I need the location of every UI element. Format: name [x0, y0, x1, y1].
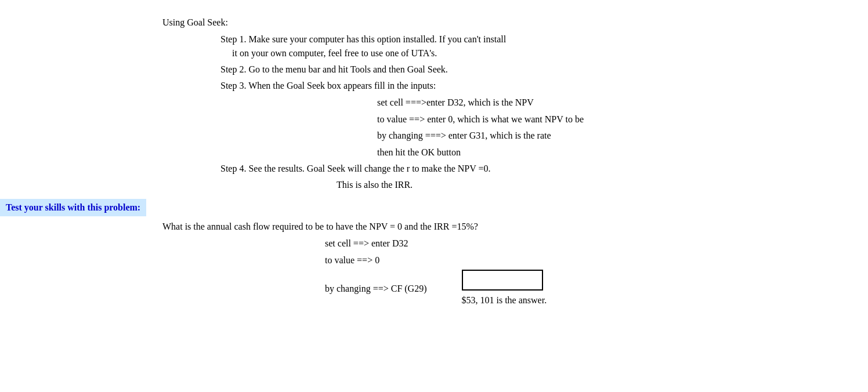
using-goal-seek-label: Using Goal Seek:	[162, 17, 228, 27]
test-set-cell-line: set cell ==> enter D32	[325, 236, 868, 251]
test-set-cell-text: set cell ==> enter D32	[325, 238, 408, 248]
step-4-text: Step 4. See the results. Goal Seek will …	[220, 164, 491, 173]
to-value-text: to value ==> enter 0, which is what we w…	[377, 114, 584, 124]
step-2: Step 2. Go to the menu bar and hit Tools…	[220, 63, 868, 77]
test-to-value-line: to value ==> 0	[325, 253, 868, 268]
test-question: What is the annual cash flow required to…	[162, 220, 868, 234]
step-3-inputs: set cell ===>enter D32, which is the NPV…	[377, 95, 868, 159]
step-4b: This is also the IRR.	[337, 178, 868, 192]
step-1-line2: it on your own computer, feel free to us…	[232, 46, 615, 60]
steps-section: Step 1. Make sure your computer has this…	[220, 32, 868, 192]
test-question-text: What is the annual cash flow required to…	[162, 222, 478, 231]
answer-box-container: $53, 101 is the answer.	[462, 270, 547, 308]
test-by-changing-text: by changing ==> CF (G29)	[325, 281, 427, 296]
step-4b-text: This is also the IRR.	[337, 180, 413, 190]
using-goal-seek-section: Using Goal Seek:	[162, 17, 868, 28]
step-3-text: Step 3. When the Goal Seek box appears f…	[220, 81, 436, 90]
step-1: Step 1. Make sure your computer has this…	[220, 32, 615, 60]
then-hit-line: then hit the OK button	[377, 145, 868, 160]
set-cell-text: set cell ===>enter D32, which is the NPV	[377, 97, 534, 107]
answer-text: $53, 101 is the answer.	[462, 293, 547, 308]
by-changing-text: by changing ===> enter G31, which is the…	[377, 130, 551, 140]
step-1-line1: Step 1. Make sure your computer has this…	[220, 32, 615, 46]
test-by-changing-row: by changing ==> CF (G29) $53, 101 is the…	[325, 270, 868, 308]
test-skills-wrapper: Test your skills with this problem: What…	[0, 199, 868, 307]
test-to-value-text: to value ==> 0	[325, 255, 379, 265]
step-2-text: Step 2. Go to the menu bar and hit Tools…	[220, 64, 448, 74]
page-container: Using Goal Seek: Step 1. Make sure your …	[0, 12, 868, 315]
by-changing-line: by changing ===> enter G31, which is the…	[377, 128, 868, 143]
step-3: Step 3. When the Goal Seek box appears f…	[220, 79, 868, 93]
test-skills-label: Test your skills with this problem:	[6, 202, 140, 212]
set-cell-line: set cell ===>enter D32, which is the NPV	[377, 95, 868, 110]
test-skills-banner: Test your skills with this problem:	[0, 199, 146, 216]
step-4: Step 4. See the results. Goal Seek will …	[220, 162, 868, 176]
answer-box	[462, 270, 543, 291]
then-hit-text: then hit the OK button	[377, 147, 461, 157]
to-value-line: to value ==> enter 0, which is what we w…	[377, 112, 868, 127]
test-inputs: set cell ==> enter D32 to value ==> 0 by…	[325, 236, 868, 307]
